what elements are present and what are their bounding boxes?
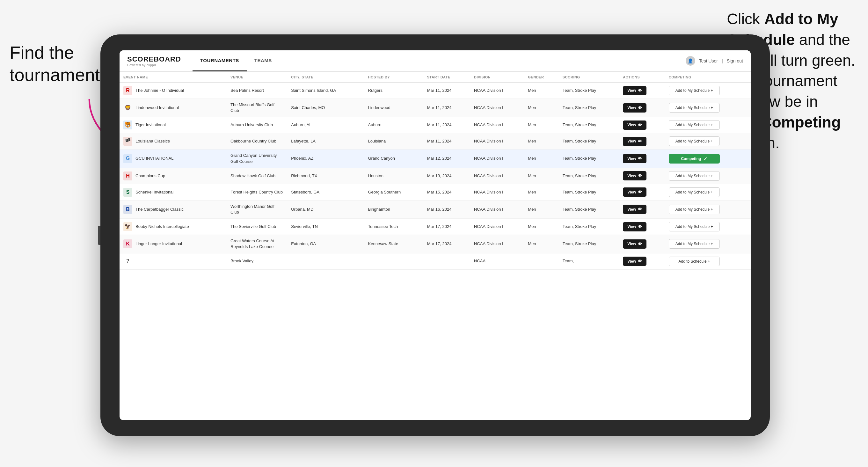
table-row: 🦁 Lindenwood Invitational The Missouri B… xyxy=(120,99,751,117)
add-to-schedule-button[interactable]: Add to My Schedule + xyxy=(669,171,720,181)
competing-cell: Add to My Schedule + xyxy=(665,117,751,133)
event-name-cell: K Linger Longer Invitational xyxy=(120,235,227,253)
start-date-cell: Mar 12, 2024 xyxy=(423,150,470,168)
view-button[interactable]: View 👁 xyxy=(623,222,647,231)
city-state-cell: Statesboro, GA xyxy=(287,184,364,200)
add-to-schedule-button[interactable]: Add to My Schedule + xyxy=(669,103,720,113)
venue-cell: Oakbourne Country Club xyxy=(227,133,287,150)
start-date-cell: Mar 11, 2024 xyxy=(423,99,470,117)
signout-link[interactable]: Sign out xyxy=(727,58,743,63)
add-to-schedule-button[interactable]: Add to My Schedule + xyxy=(669,222,720,231)
event-name-text: Schenkel Invitational xyxy=(135,189,174,195)
table-row: H Champions Cup Shadow Hawk Golf ClubRic… xyxy=(120,168,751,184)
event-name-cell: 🦅 Bobby Nichols Intercollegiate xyxy=(120,219,227,235)
team-logo: 🏴 xyxy=(123,137,132,146)
start-date-cell: Mar 11, 2024 xyxy=(423,117,470,133)
gender-cell xyxy=(524,253,558,269)
view-button[interactable]: View 👁 xyxy=(623,86,647,95)
team-logo: 🦁 xyxy=(123,103,132,112)
view-button[interactable]: View 👁 xyxy=(623,257,647,266)
team-logo: 🦅 xyxy=(123,222,132,231)
nav-right: 👤 Test User | Sign out xyxy=(686,56,743,66)
city-state-cell xyxy=(287,253,364,269)
event-name-cell: H Champions Cup xyxy=(120,168,227,184)
actions-cell: View 👁 xyxy=(619,219,665,235)
add-to-schedule-button[interactable]: Add to My Schedule + xyxy=(669,86,720,95)
view-button[interactable]: View 👁 xyxy=(623,103,647,113)
col-gender: GENDER xyxy=(524,72,558,83)
col-start-date: START DATE xyxy=(423,72,470,83)
gender-cell: Men xyxy=(524,150,558,168)
event-name-text: Bobby Nichols Intercollegiate xyxy=(135,224,189,229)
start-date-cell xyxy=(423,253,470,269)
col-competing: COMPETING xyxy=(665,72,751,83)
logo-text: SCOREBOARD xyxy=(127,55,181,63)
table-row: 🏴 Louisiana Classics Oakbourne Country C… xyxy=(120,133,751,150)
view-button[interactable]: View 👁 xyxy=(623,205,647,214)
competing-cell: Competing ✓ xyxy=(665,150,751,168)
venue-cell: Forest Heights Country Club xyxy=(227,184,287,200)
table-row: ? Brook Valley...NCAATeam, View 👁 Add to… xyxy=(120,253,751,269)
tab-tournaments[interactable]: TOURNAMENTS xyxy=(192,50,247,71)
table-container[interactable]: EVENT NAME VENUE CITY, STATE HOSTED BY S… xyxy=(120,72,751,420)
team-logo: R xyxy=(123,86,132,95)
competing-label: Competing xyxy=(681,157,701,161)
event-name-text: The Carpetbagger Classic xyxy=(135,207,184,212)
actions-cell: View 👁 xyxy=(619,184,665,200)
table-body: R The Johnnie - O Individual Sea Palms R… xyxy=(120,83,751,270)
view-button[interactable]: View 👁 xyxy=(623,154,647,163)
add-to-schedule-button[interactable]: Add to My Schedule + xyxy=(669,205,720,214)
scoring-cell: Team, Stroke Play xyxy=(559,184,619,200)
city-state-cell: Eatonton, GA xyxy=(287,235,364,253)
view-button[interactable]: View 👁 xyxy=(623,171,647,180)
tablet-screen: SCOREBOARD Powered by clippd TOURNAMENTS… xyxy=(120,50,751,420)
actions-cell: View 👁 xyxy=(619,150,665,168)
hosted-by-cell xyxy=(364,253,423,269)
gender-cell: Men xyxy=(524,235,558,253)
add-to-schedule-button[interactable]: Add to My Schedule + xyxy=(669,136,720,146)
gender-cell: Men xyxy=(524,117,558,133)
event-name-text: Champions Cup xyxy=(135,173,165,179)
event-name-cell: 🐯 Tiger Invitational xyxy=(120,117,227,133)
city-state-cell: Lafayette, LA xyxy=(287,133,364,150)
start-date-cell: Mar 11, 2024 xyxy=(423,83,470,99)
division-cell: NCAA Division I xyxy=(470,184,524,200)
actions-cell: View 👁 xyxy=(619,133,665,150)
add-to-schedule-button[interactable]: Add to My Schedule + xyxy=(669,187,720,197)
tab-teams[interactable]: TEAMS xyxy=(247,50,280,71)
view-button[interactable]: View 👁 xyxy=(623,240,647,249)
eye-icon: 👁 xyxy=(638,242,642,246)
start-date-cell: Mar 17, 2024 xyxy=(423,235,470,253)
user-avatar: 👤 xyxy=(686,56,695,66)
event-name-text: GCU INVITATIONAL xyxy=(135,156,174,161)
gender-cell: Men xyxy=(524,184,558,200)
hosted-by-cell: Houston xyxy=(364,168,423,184)
view-button[interactable]: View 👁 xyxy=(623,187,647,197)
eye-icon: 👁 xyxy=(638,174,642,178)
tablet-frame: SCOREBOARD Powered by clippd TOURNAMENTS… xyxy=(100,34,770,436)
view-button[interactable]: View 👁 xyxy=(623,137,647,146)
scoring-cell: Team, Stroke Play xyxy=(559,99,619,117)
competing-button[interactable]: Competing ✓ xyxy=(669,154,720,163)
event-name-text: Linger Longer Invitational xyxy=(135,241,182,247)
city-state-cell: Sevierville, TN xyxy=(287,219,364,235)
start-date-cell: Mar 11, 2024 xyxy=(423,133,470,150)
city-state-cell: Saint Charles, MO xyxy=(287,99,364,117)
team-logo: H xyxy=(123,172,132,180)
actions-cell: View 👁 xyxy=(619,253,665,269)
scoring-cell: Team, xyxy=(559,253,619,269)
event-name-text: The Johnnie - O Individual xyxy=(135,88,184,93)
col-city-state: CITY, STATE xyxy=(287,72,364,83)
competing-cell: Add to My Schedule + xyxy=(665,235,751,253)
add-to-schedule-button[interactable]: Add to My Schedule + xyxy=(669,120,720,130)
scoring-cell: Team, Stroke Play xyxy=(559,235,619,253)
add-to-schedule-button[interactable]: Add to Schedule + xyxy=(669,257,720,266)
eye-icon: 👁 xyxy=(638,123,642,127)
view-button[interactable]: View 👁 xyxy=(623,121,647,130)
col-division: DIVISION xyxy=(470,72,524,83)
start-date-cell: Mar 17, 2024 xyxy=(423,219,470,235)
city-state-cell: Auburn, AL xyxy=(287,117,364,133)
add-to-schedule-button[interactable]: Add to My Schedule + xyxy=(669,239,720,249)
nav-tabs: TOURNAMENTS TEAMS xyxy=(192,50,280,71)
scoring-cell: Team, Stroke Play xyxy=(559,150,619,168)
